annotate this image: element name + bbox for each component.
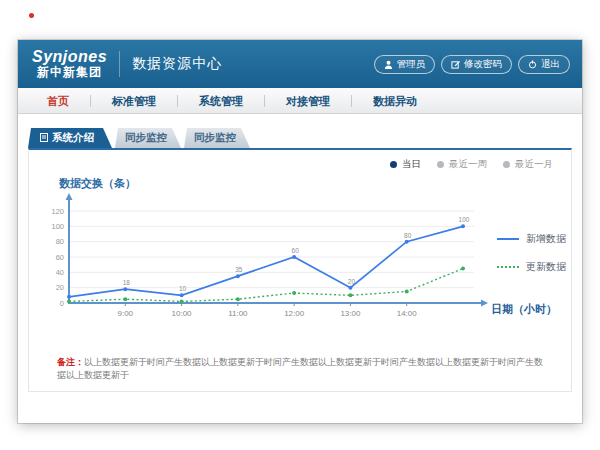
y-axis-title: 数据交换（条）: [59, 176, 136, 191]
svg-text:13:00: 13:00: [340, 309, 361, 318]
range-filter-group: 当日最近一周最近一月: [390, 158, 553, 171]
line-chart-container: 0204060801001209:0010:0011:0012:0013:001…: [49, 192, 489, 327]
power-icon: [528, 60, 537, 69]
nav-item[interactable]: 首页: [26, 88, 90, 114]
tab-label: 同步监控: [194, 131, 236, 145]
change-password-button[interactable]: 修改密码: [441, 55, 512, 74]
footnote-prefix: 备注：: [57, 357, 84, 367]
svg-text:40: 40: [56, 268, 64, 277]
document-icon: [40, 132, 48, 144]
svg-text:18: 18: [123, 279, 131, 286]
page-title: 数据资源中心: [132, 55, 222, 73]
svg-text:80: 80: [56, 237, 64, 246]
radio-icon: [390, 161, 397, 168]
company-logo: Synjones 新中新集团: [32, 49, 107, 78]
svg-text:9:00: 9:00: [117, 309, 133, 318]
logo-text-cn: 新中新集团: [32, 66, 107, 79]
main-nav: 首页标准管理系统管理对接管理数据异动: [18, 88, 582, 114]
filter-radio[interactable]: 最近一周: [437, 158, 487, 171]
legend-item-new-data: 新增数据: [497, 232, 566, 246]
svg-text:20: 20: [348, 278, 356, 285]
legend-label-updated-data: 更新数据: [526, 260, 566, 274]
svg-text:11:00: 11:00: [228, 309, 248, 318]
footnote: 备注：以上数据更新于时间产生数据以上数据更新于时间产生数据以上数据更新于时间产生…: [57, 356, 549, 381]
footnote-text: 以上数据更新于时间产生数据以上数据更新于时间产生数据以上数据更新于时间产生数据以…: [57, 357, 543, 380]
svg-text:0: 0: [60, 299, 64, 308]
x-axis-title: 日期（小时）: [491, 302, 557, 317]
tab-label: 系统介绍: [52, 131, 94, 145]
radio-icon: [437, 161, 444, 168]
svg-text:14:00: 14:00: [397, 309, 418, 318]
header-divider: [119, 51, 120, 77]
logo-text-en: Synjones: [32, 49, 107, 66]
filter-radio[interactable]: 最近一月: [503, 158, 553, 171]
nav-item[interactable]: 数据异动: [352, 88, 438, 114]
svg-text:10: 10: [179, 285, 187, 292]
admin-user-label: 管理员: [397, 58, 426, 71]
svg-text:100: 100: [459, 216, 470, 223]
legend-label-new-data: 新增数据: [526, 232, 566, 246]
logout-label: 退出: [541, 58, 560, 71]
svg-text:120: 120: [51, 207, 64, 216]
line-chart: 0204060801001209:0010:0011:0012:0013:001…: [49, 192, 489, 327]
logout-button[interactable]: 退出: [518, 55, 570, 74]
edit-icon: [451, 60, 460, 69]
tab-0[interactable]: 系统介绍: [28, 128, 112, 148]
dotted-line-icon: [497, 266, 519, 268]
tab-1[interactable]: 同步监控: [115, 128, 181, 148]
filter-label: 当日: [402, 158, 421, 171]
admin-user-button[interactable]: 管理员: [374, 55, 436, 74]
filter-radio[interactable]: 当日: [390, 158, 421, 171]
radio-icon: [503, 161, 510, 168]
svg-text:35: 35: [235, 266, 243, 273]
chart-legend: 新增数据 更新数据: [497, 232, 566, 274]
svg-text:60: 60: [56, 253, 64, 262]
content-panel: 当日最近一周最近一月 数据交换（条） 0204060801001209:0010…: [28, 148, 572, 392]
app-window: Synjones 新中新集团 数据资源中心 管理员 修改密码: [18, 40, 582, 423]
red-dot-marker: [29, 13, 34, 18]
svg-text:20: 20: [56, 283, 64, 292]
change-password-label: 修改密码: [464, 58, 502, 71]
nav-item[interactable]: 对接管理: [265, 88, 351, 114]
svg-text:80: 80: [404, 232, 412, 239]
tab-2[interactable]: 同步监控: [184, 128, 250, 148]
svg-text:100: 100: [51, 222, 64, 231]
filter-label: 最近一月: [515, 158, 553, 171]
header-actions: 管理员 修改密码 退出: [374, 55, 571, 74]
nav-item[interactable]: 系统管理: [178, 88, 264, 114]
user-icon: [384, 60, 393, 69]
solid-line-icon: [497, 238, 519, 240]
tab-label: 同步监控: [125, 131, 167, 145]
svg-text:10:00: 10:00: [172, 309, 193, 318]
svg-text:12:00: 12:00: [284, 309, 305, 318]
svg-text:60: 60: [292, 247, 300, 254]
nav-item[interactable]: 标准管理: [91, 88, 177, 114]
header-bar: Synjones 新中新集团 数据资源中心 管理员 修改密码: [18, 40, 582, 88]
legend-item-updated-data: 更新数据: [497, 260, 566, 274]
tab-bar: 系统介绍同步监控同步监控: [28, 128, 250, 148]
filter-label: 最近一周: [449, 158, 487, 171]
